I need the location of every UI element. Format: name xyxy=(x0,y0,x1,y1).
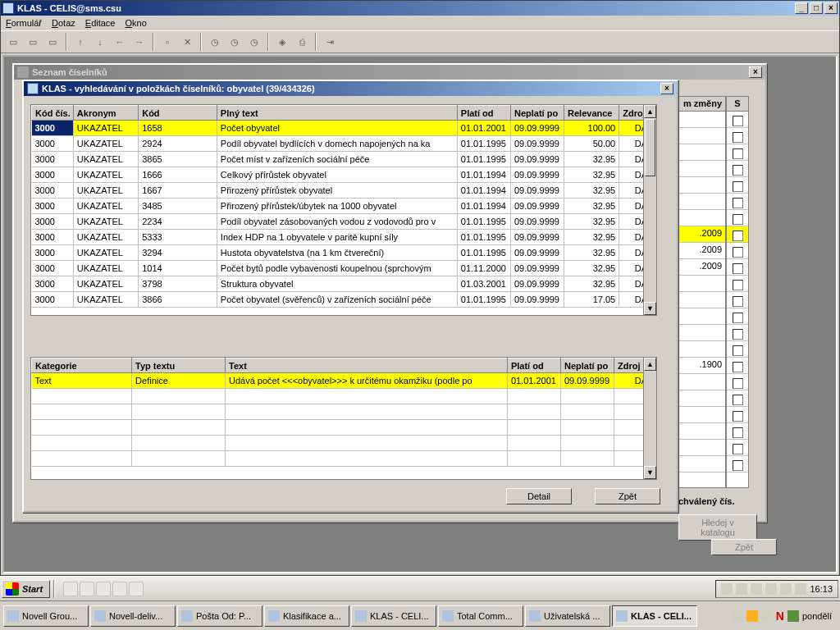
bg-check-cell[interactable] xyxy=(727,374,748,390)
results-scrollbar[interactable]: ▲ ▼ xyxy=(643,105,656,315)
tray-icon[interactable] xyxy=(751,583,762,595)
taskbar-task[interactable]: Uživatelská ... xyxy=(525,605,610,627)
ql-icon-2[interactable] xyxy=(80,582,94,596)
menu-okno[interactable]: Okno xyxy=(125,18,146,28)
ql-icon-5[interactable] xyxy=(129,582,144,596)
table-row[interactable] xyxy=(32,451,656,467)
bg-check-cell[interactable] xyxy=(727,144,748,161)
bg-date-cell[interactable] xyxy=(679,423,725,440)
checkbox[interactable] xyxy=(733,345,743,356)
checkbox[interactable] xyxy=(733,329,743,340)
tb-clock3-icon[interactable]: ◷ xyxy=(245,33,263,51)
taskbar-task[interactable]: Pošta Od: P... xyxy=(177,605,262,627)
titlebar[interactable]: KLAS - CELIS@sms.csu _ □ × xyxy=(1,1,839,16)
bg-date-cell[interactable] xyxy=(679,276,725,292)
tb-right-icon[interactable]: → xyxy=(130,33,148,51)
taskbar-task[interactable]: KLAS - CELI... xyxy=(612,605,697,627)
col-plny[interactable]: Plný text xyxy=(217,106,457,121)
taskbar-task[interactable]: Novell Grou... xyxy=(3,605,89,627)
bg-check-cell[interactable] xyxy=(727,210,748,226)
tb-doc-icon[interactable]: ▫ xyxy=(158,33,176,51)
checkbox[interactable] xyxy=(733,181,743,192)
table-row[interactable]: 3000UKAZATEL2234Podíl obyvatel zásobovan… xyxy=(32,214,656,230)
tray-icon[interactable] xyxy=(795,583,806,595)
bg-date-cell[interactable] xyxy=(679,210,725,226)
bg-check-cell[interactable] xyxy=(727,407,748,423)
tray2-icon[interactable] xyxy=(746,610,758,622)
col-kodcis[interactable]: Kód čís. xyxy=(32,106,74,121)
checkbox[interactable] xyxy=(733,460,743,471)
ql-icon-3[interactable] xyxy=(96,582,111,596)
table-row[interactable] xyxy=(32,389,656,404)
dcol-text[interactable]: Text xyxy=(226,358,508,373)
bg-check-cell[interactable] xyxy=(727,112,748,128)
tb-new-icon[interactable]: ▭ xyxy=(4,33,22,51)
bg-check-cell[interactable] xyxy=(727,276,748,292)
bg-date-cell[interactable] xyxy=(679,161,725,177)
table-row[interactable]: 3000UKAZATEL3294Hustota obyvatelstva (na… xyxy=(32,245,656,261)
checkbox[interactable] xyxy=(733,247,743,258)
tb-up-icon[interactable]: ↑ xyxy=(71,33,89,51)
taskbar-task[interactable]: KLAS - CELI... xyxy=(351,605,436,627)
bg-window-titlebar[interactable]: Seznam číselníků × xyxy=(14,65,765,80)
table-row[interactable]: 3000UKAZATEL3866Počet obyvatel (svěřenců… xyxy=(32,292,656,308)
bg-check-cell[interactable] xyxy=(727,390,748,407)
window-search[interactable]: KLAS - vyhledávání v položkách číselníků… xyxy=(22,80,678,513)
detail-scroll-down-icon[interactable]: ▼ xyxy=(644,466,656,479)
search-close-button[interactable]: × xyxy=(660,83,673,94)
minimize-button[interactable]: _ xyxy=(795,2,808,14)
detail-grid[interactable]: Kategorie Typ textu Text Platí od Neplat… xyxy=(30,357,657,480)
dcol-typ[interactable]: Typ textu xyxy=(132,358,226,373)
menu-formular[interactable]: Formulář xyxy=(6,18,42,28)
scroll-thumb[interactable] xyxy=(645,119,655,176)
bg-check-cell[interactable] xyxy=(727,358,748,374)
tray2-icon[interactable] xyxy=(761,610,773,622)
taskbar-task[interactable]: Novell-deliv... xyxy=(90,605,176,627)
tray2-icon[interactable] xyxy=(788,610,799,622)
bg-date-cell[interactable] xyxy=(679,112,725,128)
tray2-n-icon[interactable]: N xyxy=(776,609,784,623)
bg-date-cell[interactable] xyxy=(679,128,725,144)
tb-save-icon[interactable]: ▭ xyxy=(43,33,62,51)
bg-btn-catalog[interactable]: Hledej v katalogu xyxy=(678,514,757,541)
table-row[interactable]: 3000UKAZATEL3485Přirozený přírůstek/úbyt… xyxy=(32,199,656,214)
table-row[interactable]: 3000UKAZATEL2924Podíl obyvatel bydlících… xyxy=(32,136,656,152)
tray-icon[interactable] xyxy=(736,583,747,595)
tb-clock2-icon[interactable]: ◷ xyxy=(226,33,244,51)
checkbox[interactable] xyxy=(733,132,743,143)
checkbox[interactable] xyxy=(733,427,743,438)
detail-scroll-up-icon[interactable]: ▲ xyxy=(644,358,656,371)
bg-check-cell[interactable] xyxy=(727,341,748,358)
menu-editace[interactable]: Editace xyxy=(85,18,116,28)
bg-date-cell[interactable] xyxy=(679,341,725,358)
tb-open-icon[interactable]: ▭ xyxy=(24,33,42,51)
bg-check-cell[interactable] xyxy=(727,325,748,341)
ql-icon-1[interactable] xyxy=(63,582,78,596)
bg-btn-back[interactable]: Zpět xyxy=(711,539,777,555)
bg-check-cell[interactable] xyxy=(727,440,748,456)
col-platiod[interactable]: Platí od xyxy=(457,106,510,121)
tb-book-icon[interactable]: ◈ xyxy=(273,33,291,51)
detail-button[interactable]: Detail xyxy=(506,488,572,504)
table-row[interactable]: 3000UKAZATEL5333Index HDP na 1 obyvatele… xyxy=(32,230,656,245)
scroll-down-icon[interactable]: ▼ xyxy=(644,302,656,315)
taskbar-task[interactable]: Klasifikace a... xyxy=(264,605,349,627)
bg-date-cell[interactable] xyxy=(679,440,725,456)
checkbox[interactable] xyxy=(733,116,743,126)
bg-check-cell[interactable] xyxy=(727,177,748,194)
bg-check-cell[interactable] xyxy=(727,308,748,325)
bg-date-cell[interactable] xyxy=(679,144,725,161)
checkbox[interactable] xyxy=(733,198,743,208)
bg-check-cell[interactable] xyxy=(727,161,748,177)
bg-check-cell[interactable] xyxy=(727,243,748,259)
table-row[interactable] xyxy=(32,420,656,436)
bg-check-cell[interactable] xyxy=(727,292,748,308)
bg-date-cell[interactable]: .2009 xyxy=(679,259,725,276)
table-row[interactable]: 3000UKAZATEL1666Celkový přírůstek obyvat… xyxy=(32,167,656,183)
checkbox[interactable] xyxy=(733,362,743,372)
bg-date-cell[interactable] xyxy=(679,390,725,407)
bg-date-cell[interactable] xyxy=(679,407,725,423)
bg-date-cell[interactable] xyxy=(679,374,725,390)
dcol-platiod[interactable]: Platí od xyxy=(507,358,560,373)
bg-date-cell[interactable]: .2009 xyxy=(679,226,725,243)
